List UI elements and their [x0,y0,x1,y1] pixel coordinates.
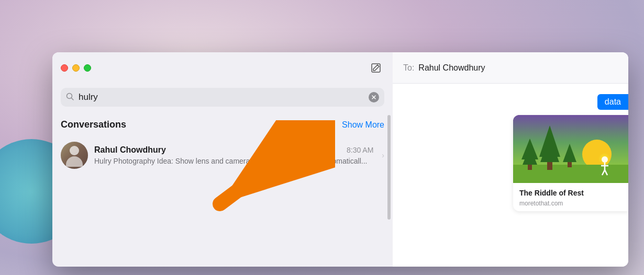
svg-rect-11 [547,162,552,170]
left-panel: Conversations Show More Rahul Chowdhury … [52,52,393,267]
search-icon [66,93,74,102]
conversations-title: Conversations [61,119,126,130]
right-panel: To: Rahul Chowdhury data [393,52,628,267]
maximize-button[interactable] [84,64,91,72]
title-bar [52,52,393,84]
recipient-name: Rahul Chowdhury [418,63,485,73]
conversation-preview: Hulry Photography Idea: Show lens and ca… [94,157,373,165]
conversation-name: Rahul Chowdhury [94,145,166,155]
to-label: To: [403,63,414,73]
conversations-header: Conversations Show More [52,115,393,136]
right-header: To: Rahul Chowdhury [393,52,628,84]
conversation-time: 8:30 AM [347,146,373,154]
svg-point-17 [602,156,608,163]
article-info: The Riddle of Rest moretothat.com [513,183,628,211]
avatar [61,142,88,169]
scene-svg [513,115,628,183]
search-clear-button[interactable] [369,92,379,102]
minimize-button[interactable] [72,64,80,72]
svg-line-2 [72,98,74,100]
article-card[interactable]: The Riddle of Rest moretothat.com [513,115,628,211]
tag-badge: data [597,94,628,110]
close-button[interactable] [61,64,68,72]
show-more-button[interactable]: Show More [342,120,384,130]
traffic-lights [61,64,91,72]
svg-rect-0 [372,64,380,72]
conversation-name-row: Rahul Chowdhury 8:30 AM [94,145,373,155]
svg-rect-16 [568,162,572,167]
conversation-item[interactable]: Rahul Chowdhury 8:30 AM Hulry Photograph… [52,136,393,174]
article-image [513,115,628,183]
svg-point-7 [582,140,612,169]
right-content: data [393,84,628,267]
search-bar [61,88,384,107]
messages-window: Conversations Show More Rahul Chowdhury … [52,52,628,267]
search-container [52,84,393,115]
conversation-content: Rahul Chowdhury 8:30 AM Hulry Photograph… [94,145,373,165]
scrollbar[interactable] [387,115,391,220]
search-input[interactable] [79,92,364,102]
svg-rect-14 [528,165,532,170]
compose-button[interactable] [368,60,384,76]
avatar-image [61,142,88,169]
article-title: The Riddle of Rest [519,188,622,198]
article-domain: moretothat.com [519,200,622,207]
chevron-right-icon: › [382,151,384,159]
